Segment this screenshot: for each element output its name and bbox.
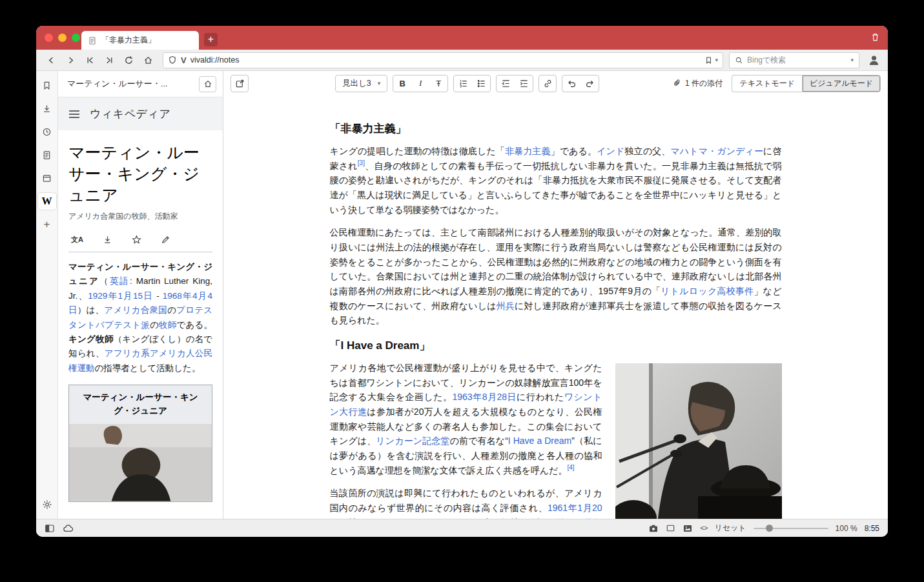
inline-link[interactable]: アメリカ合衆国 xyxy=(104,305,167,315)
edit-pencil-icon[interactable] xyxy=(161,235,170,245)
history-group xyxy=(562,75,599,92)
page-actions-icon[interactable]: <> xyxy=(700,525,707,532)
panel-toggle-icon[interactable] xyxy=(45,523,55,534)
fast-forward-button[interactable] xyxy=(100,52,118,68)
search-icon xyxy=(735,56,743,65)
rewind-button[interactable] xyxy=(81,52,99,68)
bullet-list-button[interactable] xyxy=(472,75,490,92)
address-bar[interactable]: V vivaldi://notes ▾ xyxy=(163,52,723,68)
add-web-panel-button[interactable]: + xyxy=(38,216,56,233)
visual-mode-button[interactable]: ビジュアルモード xyxy=(802,75,881,92)
inline-link[interactable]: 非暴力主義 xyxy=(505,146,551,156)
indent-button[interactable] xyxy=(515,75,533,92)
text-run: - xyxy=(153,291,163,301)
toggle-images-icon[interactable] xyxy=(683,523,693,534)
search-field[interactable]: Bingで検索 ▾ xyxy=(729,52,859,68)
home-button[interactable] xyxy=(139,52,157,68)
text-run: キングの提唱した運動の特徴は徹底した「 xyxy=(330,146,505,156)
strikethrough-button[interactable]: Ŧ xyxy=(429,75,447,92)
history-panel-icon[interactable] xyxy=(38,123,56,140)
watch-star-icon[interactable] xyxy=(132,235,141,245)
navigation-toolbar: V vivaldi://notes ▾ Bingで検索 ▾ xyxy=(36,50,888,71)
inline-link[interactable]: インド xyxy=(597,146,624,156)
note-heading: 「I Have a Dream」 xyxy=(330,338,782,353)
mlk-photo-attachment[interactable] xyxy=(615,363,782,519)
maximize-window-button[interactable] xyxy=(72,34,80,42)
heading-style-select[interactable]: 見出し3 ▾ xyxy=(335,75,387,92)
inline-link[interactable]: 英語 xyxy=(110,276,130,286)
inline-link[interactable]: 州兵 xyxy=(497,301,515,311)
close-window-button[interactable] xyxy=(45,34,53,42)
sync-cloud-icon[interactable] xyxy=(63,523,74,534)
title-bar: 「非暴力主義」 + xyxy=(36,26,888,50)
hamburger-menu-icon[interactable] xyxy=(68,110,80,119)
bookmarks-panel-icon[interactable] xyxy=(38,77,56,94)
forward-button[interactable] xyxy=(61,52,79,68)
insert-link-icon[interactable] xyxy=(539,75,557,92)
note-paragraph: 公民権運動にあたっては、主として南部諸州における人種差別的取扱いがその対象となっ… xyxy=(330,225,782,328)
inline-link[interactable]: 1929年1月15日 xyxy=(88,291,153,301)
infobox-title: マーティン・ルーサー・キング・ジュニア xyxy=(69,385,212,424)
back-button[interactable] xyxy=(42,52,60,68)
panel-home-button[interactable] xyxy=(199,76,216,92)
inline-link[interactable]: ジョン・F・ケネディ xyxy=(385,517,473,519)
notes-panel-icon[interactable] xyxy=(38,146,56,163)
text-run: の大統領就任演説と並び xyxy=(473,517,574,519)
inline-link[interactable]: リンカーン記念堂 xyxy=(376,436,449,446)
outdent-button[interactable] xyxy=(497,75,515,92)
tab-active[interactable]: 「非暴力主義」 xyxy=(81,31,199,50)
ordered-list-button[interactable] xyxy=(454,75,472,92)
article-toolbar: 文A xyxy=(68,235,212,252)
inline-link[interactable]: リトルロック高校事件 xyxy=(661,286,754,296)
inline-link[interactable]: 20世紀 xyxy=(574,517,602,519)
windows-panel-icon[interactable] xyxy=(38,170,56,186)
bookmark-dropdown-icon[interactable]: ▾ xyxy=(715,57,718,63)
inline-link[interactable]: I Have a Dream xyxy=(508,436,571,446)
text-run: の指導者として活動した。 xyxy=(95,363,201,373)
capture-page-icon[interactable] xyxy=(648,523,659,534)
panel-header: マーティン・ルーサー・... xyxy=(58,71,223,97)
settings-gear-icon[interactable] xyxy=(38,496,56,513)
shield-icon[interactable] xyxy=(168,55,177,65)
zoom-reset-button[interactable]: リセット xyxy=(714,523,746,534)
download-article-icon[interactable] xyxy=(103,235,112,245)
note-content[interactable]: 「非暴力主義」 キングの提唱した運動の特徴は徹底した「非暴力主義」である。インド… xyxy=(223,95,888,519)
note-list-icon[interactable] xyxy=(231,75,249,92)
minimize-window-button[interactable] xyxy=(58,34,67,42)
text-run: に就任した xyxy=(339,517,385,519)
redo-button[interactable] xyxy=(580,75,599,92)
undo-button[interactable] xyxy=(562,75,580,92)
inline-link[interactable]: バプテスト派 xyxy=(96,320,150,330)
inline-link[interactable]: 1963年8月28日 xyxy=(453,392,517,402)
inline-link[interactable]: [3] xyxy=(358,159,365,166)
language-icon[interactable]: 文A xyxy=(71,235,83,245)
web-panel-wikipedia[interactable]: W xyxy=(38,193,56,210)
text-run: の xyxy=(167,305,176,315)
tab-title: 「非暴力主義」 xyxy=(101,35,192,46)
profile-avatar[interactable] xyxy=(865,52,882,68)
bookmark-page-icon[interactable] xyxy=(704,56,713,65)
new-tab-button[interactable]: + xyxy=(204,33,218,46)
infobox-photo[interactable] xyxy=(69,424,212,501)
panel-bar: W + xyxy=(36,71,58,519)
text-mode-button[interactable]: テキストモード xyxy=(732,75,802,92)
italic-button[interactable]: I xyxy=(411,75,429,92)
bold-button[interactable]: B xyxy=(393,75,411,92)
zoom-level: 100 % xyxy=(836,524,857,533)
url-text[interactable]: vivaldi://notes xyxy=(190,55,701,65)
downloads-panel-icon[interactable] xyxy=(38,100,56,117)
inline-link[interactable]: 牧師 xyxy=(159,320,176,330)
inline-link[interactable]: マハトマ・ガンディー xyxy=(670,146,763,156)
panel-title: マーティン・ルーサー・... xyxy=(67,78,194,90)
reload-button[interactable] xyxy=(119,52,138,68)
main-area: W + マーティン・ルーサー・... ウィキペディア xyxy=(36,71,888,519)
closed-tabs-trash-icon[interactable] xyxy=(870,32,880,42)
search-engine-dropdown-icon[interactable]: ▾ xyxy=(850,57,854,63)
inline-link[interactable]: [4] xyxy=(567,464,574,471)
tiling-icon[interactable] xyxy=(666,523,675,533)
zoom-slider-thumb[interactable] xyxy=(766,525,773,532)
wikipedia-article: マーティン・ルーサー・キング・ジュニア アメリカ合衆国の牧師、活動家 文A マー… xyxy=(58,130,223,519)
attachments-button[interactable]: 1 件の添付 xyxy=(669,78,726,89)
wikipedia-wordmark[interactable]: ウィキペディア xyxy=(90,106,170,121)
zoom-slider[interactable] xyxy=(754,524,828,532)
